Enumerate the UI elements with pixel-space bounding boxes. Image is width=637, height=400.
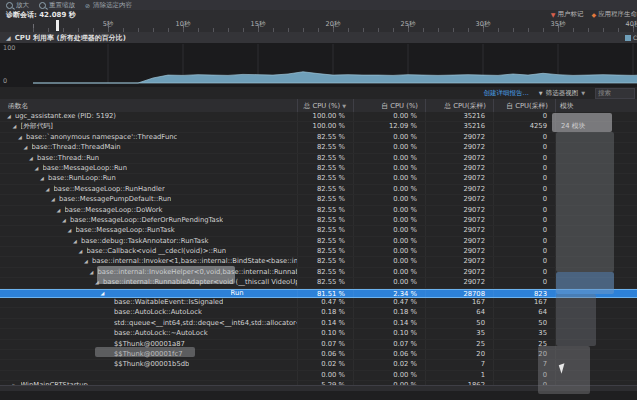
search-input[interactable] (595, 88, 635, 99)
table-row[interactable]: ◢ base::Thread::Run 82.55 % 0.00 % 29072… (0, 154, 637, 164)
expander-icon[interactable]: ◢ (50, 195, 56, 204)
total-cpu-samples-cell: 29072 (425, 174, 493, 183)
zoom-in-label: 放大 (16, 1, 29, 10)
header-total-cpu-pct[interactable]: 总 CPU (%) ▼ (297, 99, 353, 112)
self-cpu-pct-cell: 0.14 % (353, 319, 425, 328)
table-row[interactable]: ◢ base::Callback<void __cdecl(void)>::Ru… (0, 247, 637, 257)
expander-icon[interactable]: ◢ (56, 206, 62, 215)
self-cpu-samples-cell: 0 (493, 268, 555, 277)
self-cpu-samples-cell: 64 (493, 308, 555, 317)
total-cpu-pct-cell: 82.55 % (297, 154, 353, 163)
table-row[interactable]: ◢ Run 81.51 % 2.34 % 28708 823 (0, 289, 637, 298)
table-row[interactable]: base::AutoLock::~AutoLock 0.10 % 0.10 % … (0, 329, 637, 339)
table-row[interactable]: ◢ ugc_assistant.exe (PID: 5192) 100.00 %… (0, 112, 637, 122)
function-name: base::MessageLoop::Run (43, 164, 127, 173)
function-name: base::RunLoop::Run (48, 174, 116, 183)
total-cpu-samples-cell: 64 (425, 308, 493, 317)
self-cpu-pct-cell: 0.02 % (353, 360, 425, 369)
expander-icon[interactable]: ◢ (12, 122, 18, 131)
expander-icon[interactable]: ◢ (28, 154, 34, 163)
expander-icon[interactable]: ◢ (83, 257, 89, 266)
total-cpu-samples-cell: 7 (425, 360, 493, 369)
function-name: base::debug::TaskAnnotator::RunTask (81, 237, 209, 246)
expander-icon[interactable]: ◢ (6, 112, 12, 121)
reset-zoom-button[interactable]: 重置缩放 (39, 1, 75, 10)
expander-icon[interactable]: ◢ (78, 247, 84, 256)
table-row[interactable]: ◢ base::`anonymous namespace'::ThreadFun… (0, 133, 637, 143)
table-row[interactable]: ◢ base::MessageLoop::Run 82.55 % 0.00 % … (0, 164, 637, 174)
self-cpu-samples-cell: 0 (493, 195, 555, 204)
self-cpu-pct-cell: 0.00 % (353, 237, 425, 246)
table-row[interactable]: ◢ base::internal::InvokeHelper<0,void,ba… (0, 268, 637, 278)
self-cpu-samples-cell: 0 (493, 164, 555, 173)
table-row[interactable]: base::WaitableEvent::IsSignaled 0.47 % 0… (0, 298, 637, 308)
table-row[interactable]: ◢ base::MessageLoop::RunTask 82.55 % 0.0… (0, 226, 637, 236)
table-row[interactable]: ◢ base::Thread::ThreadMain 82.55 % 0.00 … (0, 143, 637, 153)
function-name: base::AutoLock::AutoLock (114, 308, 202, 317)
total-cpu-samples-cell: 29072 (425, 237, 493, 246)
self-cpu-pct-cell: 0.00 % (353, 185, 425, 194)
table-row[interactable]: ◢ base::MessagePumpDefault::Run 82.55 % … (0, 195, 637, 205)
expander-icon[interactable]: ◢ (67, 226, 73, 235)
total-cpu-samples-cell: 29072 (425, 143, 493, 152)
cpu-area-chart (0, 43, 637, 86)
table-row[interactable]: ◢ base::internal::Invoker<1,base::intern… (0, 257, 637, 267)
total-cpu-pct-cell: 82.55 % (297, 268, 353, 277)
expander-icon[interactable]: ◢ (39, 174, 45, 183)
expander-icon[interactable]: ◢ (45, 185, 51, 194)
chevron-down-icon: ▼ (581, 90, 585, 96)
filter-view-dropdown[interactable]: ▼ 筛选器视图 ▼ (539, 89, 585, 98)
total-cpu-pct-cell: 0.02 % (297, 360, 353, 369)
expander-icon[interactable]: ◢ (23, 143, 29, 152)
expander-icon[interactable]: ◢ (100, 290, 106, 297)
redaction-blur (97, 266, 235, 284)
total-cpu-pct-cell: 0.47 % (297, 298, 353, 307)
redaction-blur (556, 132, 614, 272)
total-cpu-samples-cell: 29072 (425, 278, 493, 287)
self-cpu-pct-cell: 0.18 % (353, 308, 425, 317)
table-row[interactable]: ◢ base::debug::TaskAnnotator::RunTask 82… (0, 237, 637, 247)
header-total-cpu-samples[interactable]: 总 CPU(采样) (425, 99, 493, 112)
create-detailed-report-link[interactable]: 创建详细报告... (484, 89, 529, 98)
cpu-utilization-graph[interactable]: 100 0 (0, 43, 637, 88)
expander-icon[interactable]: ◢ (61, 216, 67, 225)
function-name: base::Callback<void __cdecl(void)>::Run (87, 247, 227, 256)
total-cpu-pct-cell: 82.55 % (297, 237, 353, 246)
table-row[interactable]: ◢ base::MessageLoop::DoWork 82.55 % 0.00… (0, 206, 637, 216)
header-self-cpu-samples[interactable]: 自 CPU(采样) (493, 99, 555, 112)
call-tree-body[interactable]: ◢ ugc_assistant.exe (PID: 5192) 100.00 %… (0, 112, 637, 385)
user-marks-icon: ▼ (551, 11, 556, 18)
self-cpu-samples-cell: 35 (493, 329, 555, 338)
cpu-lane-title: CPU 利用率 (所有处理器的百分比) (15, 33, 126, 43)
self-cpu-samples-cell: 167 (493, 298, 555, 307)
header-module[interactable]: 模块 (555, 99, 637, 112)
zoom-in-button[interactable]: 放大 (6, 1, 29, 10)
timeline-ruler[interactable]: 5秒10秒15秒20秒25秒30秒35秒40秒 (0, 19, 637, 33)
session-duration-label: 诊断会话: 42.089 秒 (6, 10, 76, 20)
header-function-name[interactable]: 函数名 (0, 99, 297, 112)
table-row[interactable]: ◢ base::MessageLoop::DeferOrRunPendingTa… (0, 216, 637, 226)
total-cpu-pct-cell: 0.14 % (297, 319, 353, 328)
table-row[interactable]: std::queue<__int64,std::deque<__int64,st… (0, 319, 637, 329)
total-cpu-samples-cell: 29072 (425, 164, 493, 173)
lane-expander-icon[interactable]: ◢ (6, 34, 11, 41)
self-cpu-pct-cell: 0.00 % (353, 133, 425, 142)
redaction-blur (95, 347, 195, 357)
table-row[interactable]: base::AutoLock::AutoLock 0.18 % 0.18 % 6… (0, 308, 637, 318)
expander-icon[interactable]: ◢ (89, 268, 95, 277)
self-cpu-samples-cell: 0 (493, 154, 555, 163)
table-row[interactable]: ◢ [外部代码] 100.00 % 12.09 % 35216 4259 24 … (0, 122, 637, 132)
self-cpu-samples-cell: 0 (493, 226, 555, 235)
function-name: base::MessagePumpDefault::Run (59, 195, 171, 204)
expander-icon[interactable]: ◢ (17, 133, 23, 142)
timeline-caret[interactable] (56, 20, 59, 31)
expander-icon[interactable]: ◢ (34, 164, 40, 173)
clear-selection-button[interactable]: ⊘ 清除选定内容 (85, 1, 132, 10)
table-row[interactable]: ◢ base::RunLoop::Run 82.55 % 0.00 % 2907… (0, 174, 637, 184)
expander-icon[interactable]: ◢ (72, 237, 78, 246)
table-row[interactable]: ◢ base::internal::RunnableAdapter<void (… (0, 278, 637, 288)
self-cpu-pct-cell: 0.00 % (353, 154, 425, 163)
header-self-cpu-pct[interactable]: 自 CPU (%) (353, 99, 425, 112)
table-row[interactable]: ◢ base::MessageLoop::RunHandler 82.55 % … (0, 185, 637, 195)
self-cpu-pct-cell: 2.34 % (353, 290, 425, 297)
